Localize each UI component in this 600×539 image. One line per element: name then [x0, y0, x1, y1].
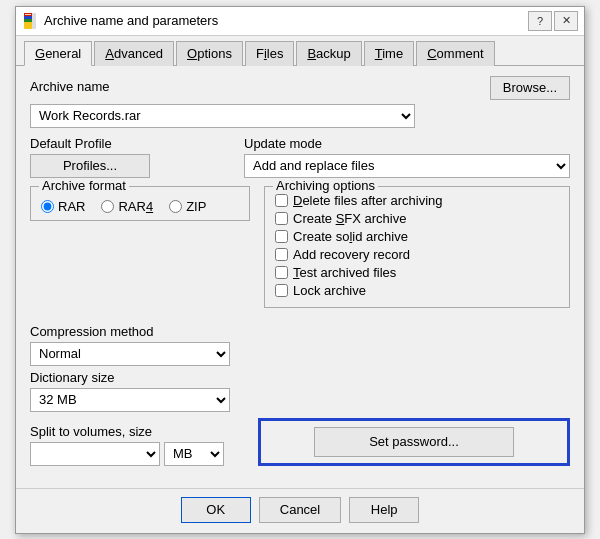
tab-advanced[interactable]: Advanced	[94, 41, 174, 66]
dictionary-size-section	[264, 324, 570, 366]
split-volumes-label: Split to volumes, size	[30, 424, 250, 439]
profiles-button[interactable]: Profiles...	[30, 154, 150, 178]
opt-solid[interactable]: Create solid archive	[275, 229, 559, 244]
opt-lock-label: Lock archive	[293, 283, 366, 298]
titlebar: Archive name and parameters ? ✕	[16, 7, 584, 36]
close-button[interactable]: ✕	[554, 11, 578, 31]
tab-backup[interactable]: Backup	[296, 41, 361, 66]
svg-rect-4	[32, 13, 36, 29]
window-title: Archive name and parameters	[44, 13, 528, 28]
tab-content: Archive name Browse... Work Records.rar …	[16, 66, 584, 484]
opt-recovery-check[interactable]	[275, 248, 288, 261]
split-volumes-section: Split to volumes, size MB	[30, 424, 250, 466]
opt-lock-check[interactable]	[275, 284, 288, 297]
archiving-options-box: Archiving options Delete files after arc…	[264, 186, 570, 308]
split-input-row: MB	[30, 442, 250, 466]
split-password-row: Split to volumes, size MB Set password..…	[30, 418, 570, 466]
opt-sfx-check[interactable]	[275, 212, 288, 225]
archiving-options-section: Archiving options Delete files after arc…	[264, 186, 570, 316]
archive-format-section: Archive format RAR RAR4 ZIP	[30, 186, 250, 316]
dict-size-label: Dictionary size	[30, 370, 250, 385]
dict-size-section: Dictionary size 32 MB	[30, 370, 250, 412]
opt-solid-check[interactable]	[275, 230, 288, 243]
tab-general[interactable]: General	[24, 41, 92, 66]
format-rar[interactable]: RAR	[41, 199, 85, 214]
archiving-options-label: Archiving options	[273, 178, 378, 193]
dict-size-select[interactable]: 32 MB	[30, 388, 230, 412]
dict-row: Dictionary size 32 MB	[30, 370, 570, 412]
tab-time[interactable]: Time	[364, 41, 414, 66]
password-bordered-box: Set password...	[258, 418, 570, 466]
update-mode-select[interactable]: Add and replace files	[244, 154, 570, 178]
help-button[interactable]: ?	[528, 11, 552, 31]
compression-method-select[interactable]: Normal	[30, 342, 230, 366]
archive-format-label: Archive format	[39, 178, 129, 193]
dict-right-placeholder	[264, 370, 570, 412]
titlebar-controls: ? ✕	[528, 11, 578, 31]
opt-lock[interactable]: Lock archive	[275, 283, 559, 298]
format-zip-radio[interactable]	[169, 200, 182, 213]
set-password-button[interactable]: Set password...	[314, 427, 514, 457]
opt-delete-files[interactable]: Delete files after archiving	[275, 193, 559, 208]
opt-delete-files-check[interactable]	[275, 194, 288, 207]
format-options-row: Archive format RAR RAR4 ZIP	[30, 186, 570, 316]
app-icon	[22, 13, 38, 29]
format-rar4[interactable]: RAR4	[101, 199, 153, 214]
main-window: Archive name and parameters ? ✕ General …	[15, 6, 585, 534]
compression-method-section: Compression method Normal	[30, 324, 250, 366]
cancel-button[interactable]: Cancel	[259, 497, 341, 523]
browse-button[interactable]: Browse...	[490, 76, 570, 100]
opt-solid-label: Create solid archive	[293, 229, 408, 244]
opt-delete-files-label: Delete files after archiving	[293, 193, 443, 208]
svg-rect-2	[24, 16, 32, 19]
tab-bar: General Advanced Options Files Backup Ti…	[16, 36, 584, 66]
ok-button[interactable]: OK	[181, 497, 251, 523]
format-zip[interactable]: ZIP	[169, 199, 206, 214]
tab-files[interactable]: Files	[245, 41, 294, 66]
opt-test[interactable]: Test archived files	[275, 265, 559, 280]
archive-name-select[interactable]: Work Records.rar	[30, 104, 415, 128]
compression-dict-row: Compression method Normal	[30, 324, 570, 366]
opt-sfx-label: Create SFX archive	[293, 211, 406, 226]
update-mode-label: Update mode	[244, 136, 570, 151]
set-password-section: Set password...	[258, 418, 570, 466]
format-rar-radio[interactable]	[41, 200, 54, 213]
archive-format-box: Archive format RAR RAR4 ZIP	[30, 186, 250, 221]
archive-name-label: Archive name	[30, 79, 109, 94]
opt-test-label: Test archived files	[293, 265, 396, 280]
opt-sfx[interactable]: Create SFX archive	[275, 211, 559, 226]
default-profile-label: Default Profile	[30, 136, 230, 151]
split-unit-select[interactable]: MB	[164, 442, 224, 466]
svg-rect-3	[24, 19, 32, 22]
opt-recovery[interactable]: Add recovery record	[275, 247, 559, 262]
opt-test-check[interactable]	[275, 266, 288, 279]
opt-recovery-label: Add recovery record	[293, 247, 410, 262]
profile-updatemode-row: Default Profile Profiles... Update mode …	[30, 136, 570, 178]
compression-method-label: Compression method	[30, 324, 250, 339]
format-radio-group: RAR RAR4 ZIP	[41, 199, 239, 214]
help-footer-button[interactable]: Help	[349, 497, 419, 523]
tab-comment[interactable]: Comment	[416, 41, 494, 66]
tab-options[interactable]: Options	[176, 41, 243, 66]
split-volume-input[interactable]	[30, 442, 160, 466]
archive-name-row: Archive name Browse...	[30, 76, 570, 100]
footer-buttons: OK Cancel Help	[16, 488, 584, 533]
format-rar4-radio[interactable]	[101, 200, 114, 213]
